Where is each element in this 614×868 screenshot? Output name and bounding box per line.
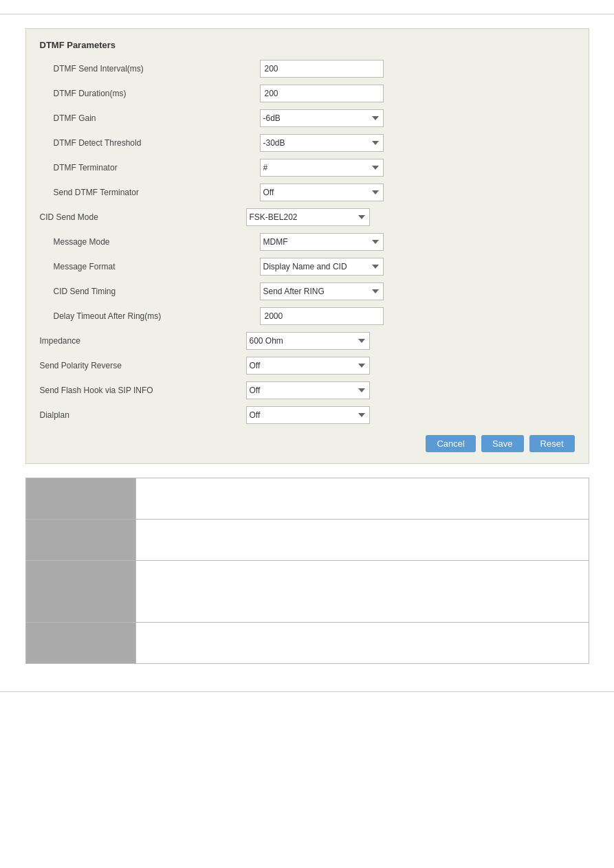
button-row: Cancel Save Reset — [40, 435, 575, 452]
reset-button[interactable]: Reset — [529, 435, 575, 452]
label-dtmf-send-interval: DTMF Send Interval(ms) — [54, 64, 260, 74]
select-dtmf-gain[interactable]: -6dB — [260, 109, 384, 127]
form-row-impedance: Impedance600 Ohm — [40, 332, 575, 350]
input-dtmf-send-interval[interactable] — [260, 60, 384, 78]
form-row-dialplan: DialplanOff — [40, 406, 575, 424]
form-row-dtmf-duration: DTMF Duration(ms) — [40, 85, 575, 102]
table-row-0 — [25, 478, 589, 520]
input-delay-timeout[interactable] — [260, 307, 384, 325]
cancel-button[interactable]: Cancel — [426, 435, 475, 452]
form-row-send-polarity-reverse: Send Polarity ReverseOff — [40, 357, 575, 375]
table-cell-label-0 — [25, 478, 135, 520]
label-send-dtmf-terminator: Send DTMF Terminator — [54, 188, 260, 197]
label-delay-timeout: Delay Timeout After Ring(ms) — [54, 311, 260, 321]
main-content: DTMF Parameters DTMF Send Interval(ms)DT… — [25, 28, 589, 678]
page-wrapper: DTMF Parameters DTMF Send Interval(ms)DT… — [0, 0, 614, 868]
table-cell-content-3 — [135, 623, 589, 664]
select-send-flash-hook[interactable]: Off — [246, 381, 370, 399]
table-cell-label-2 — [25, 561, 135, 623]
panel-title: DTMF Parameters — [40, 40, 575, 50]
table-cell-content-0 — [135, 478, 589, 520]
select-dtmf-terminator[interactable]: # — [260, 159, 384, 177]
label-send-flash-hook: Send Flash Hook via SIP INFO — [40, 386, 246, 395]
table-cell-content-1 — [135, 520, 589, 561]
select-message-mode[interactable]: MDMF — [260, 233, 384, 251]
form-row-send-flash-hook: Send Flash Hook via SIP INFOOff — [40, 381, 575, 399]
label-message-format: Message Format — [54, 262, 260, 271]
table-row-3 — [25, 623, 589, 664]
form-row-cid-send-mode: CID Send ModeFSK-BEL202 — [40, 208, 575, 226]
select-dtmf-detect-threshold[interactable]: -30dB — [260, 134, 384, 152]
input-dtmf-duration[interactable] — [260, 85, 384, 102]
select-dialplan[interactable]: Off — [246, 406, 370, 424]
form-row-dtmf-send-interval: DTMF Send Interval(ms) — [40, 60, 575, 78]
label-cid-send-timing: CID Send Timing — [54, 287, 260, 296]
form-row-cid-send-timing: CID Send TimingSend After RING — [40, 282, 575, 300]
form-row-send-dtmf-terminator: Send DTMF TerminatorOff — [40, 183, 575, 201]
settings-panel: DTMF Parameters DTMF Send Interval(ms)DT… — [25, 28, 589, 464]
label-cid-send-mode: CID Send Mode — [40, 212, 246, 222]
select-send-polarity-reverse[interactable]: Off — [246, 357, 370, 375]
select-cid-send-timing[interactable]: Send After RING — [260, 282, 384, 300]
form-row-message-format: Message FormatDisplay Name and CID — [40, 258, 575, 276]
label-dtmf-gain: DTMF Gain — [54, 113, 260, 123]
table-cell-content-2 — [135, 561, 589, 623]
label-dtmf-detect-threshold: DTMF Detect Threshold — [54, 138, 260, 148]
label-message-mode: Message Mode — [54, 237, 260, 247]
form-row-delay-timeout: Delay Timeout After Ring(ms) — [40, 307, 575, 325]
table-row-1 — [25, 520, 589, 561]
table-cell-label-3 — [25, 623, 135, 664]
bottom-table — [25, 478, 589, 664]
label-dialplan: Dialplan — [40, 410, 246, 420]
label-dtmf-terminator: DTMF Terminator — [54, 163, 260, 173]
form-row-dtmf-detect-threshold: DTMF Detect Threshold-30dB — [40, 134, 575, 152]
label-send-polarity-reverse: Send Polarity Reverse — [40, 361, 246, 370]
label-dtmf-duration: DTMF Duration(ms) — [54, 89, 260, 98]
table-cell-label-1 — [25, 520, 135, 561]
select-impedance[interactable]: 600 Ohm — [246, 332, 370, 350]
top-divider — [0, 14, 614, 14]
form-row-dtmf-gain: DTMF Gain-6dB — [40, 109, 575, 127]
bottom-divider — [0, 691, 614, 692]
select-send-dtmf-terminator[interactable]: Off — [260, 183, 384, 201]
select-cid-send-mode[interactable]: FSK-BEL202 — [246, 208, 370, 226]
select-message-format[interactable]: Display Name and CID — [260, 258, 384, 276]
table-row-2 — [25, 561, 589, 623]
form-row-message-mode: Message ModeMDMF — [40, 233, 575, 251]
form-rows-container: DTMF Send Interval(ms)DTMF Duration(ms)D… — [40, 60, 575, 424]
save-button[interactable]: Save — [481, 435, 524, 452]
label-impedance: Impedance — [40, 336, 246, 346]
form-row-dtmf-terminator: DTMF Terminator# — [40, 159, 575, 177]
